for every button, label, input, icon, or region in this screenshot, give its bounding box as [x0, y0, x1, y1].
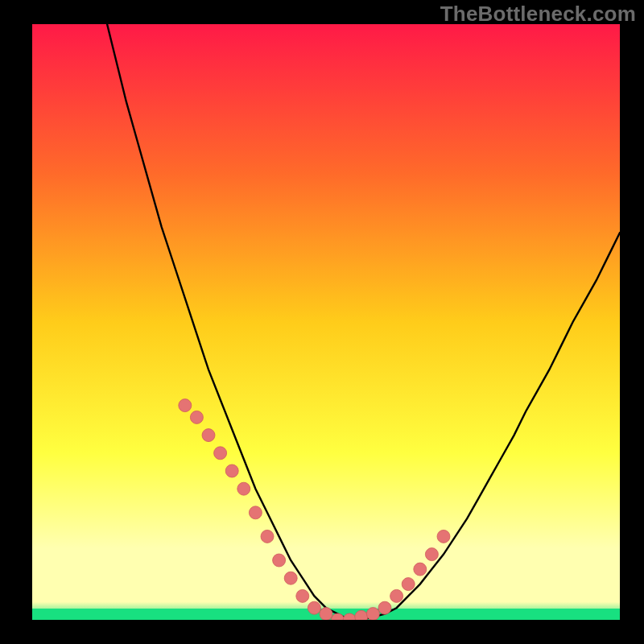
data-marker	[261, 530, 274, 543]
data-marker	[366, 608, 379, 620]
chart-svg	[32, 24, 620, 620]
data-marker	[202, 429, 215, 442]
data-marker	[308, 601, 320, 614]
data-marker	[249, 506, 262, 519]
data-marker	[437, 530, 450, 543]
data-marker	[296, 589, 309, 602]
data-marker	[273, 554, 286, 567]
data-marker	[378, 601, 391, 614]
data-marker	[190, 411, 203, 423]
data-marker	[179, 399, 192, 412]
data-marker	[390, 589, 403, 602]
data-marker	[284, 572, 297, 584]
data-marker	[225, 464, 238, 477]
data-marker	[402, 578, 415, 591]
watermark-text: TheBottleneck.com	[440, 2, 636, 27]
data-marker	[214, 447, 227, 460]
gradient-background	[32, 24, 620, 620]
data-marker	[237, 482, 250, 495]
data-marker	[355, 610, 368, 620]
data-marker	[320, 608, 332, 620]
data-marker	[425, 548, 438, 561]
data-marker	[414, 563, 427, 576]
chart-plot-area	[32, 24, 620, 620]
